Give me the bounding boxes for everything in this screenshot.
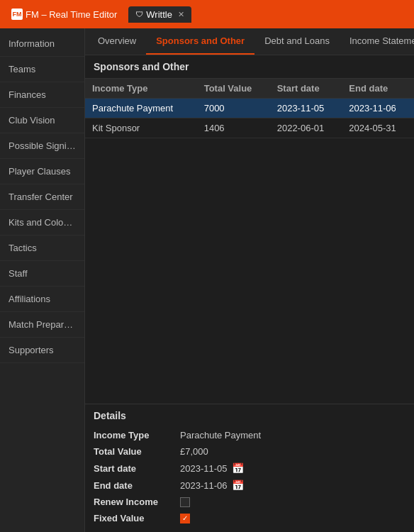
detail-row-renew-income: Renew Income	[94, 494, 405, 510]
details-panel: Details Income Type Parachute Payment To…	[85, 404, 414, 532]
fixed-value-checkbox[interactable]: ✓	[180, 514, 190, 523]
label-total-value: Total Value	[94, 446, 172, 457]
detail-row-total-value: Total Value £7,000	[94, 443, 405, 460]
sidebar-item-match-preparation[interactable]: Match Preparation	[0, 312, 84, 338]
col-header-end-date: End date	[342, 79, 414, 99]
label-income-type: Income Type	[94, 430, 172, 440]
cell-start-date: 2022-06-01	[270, 118, 342, 138]
label-start-date: Start date	[94, 463, 172, 474]
app-tab-label: FM – Real Time Editor	[26, 9, 117, 20]
sidebar-item-kits-and-colours[interactable]: Kits and Colours	[0, 210, 84, 235]
start-date-calendar-icon[interactable]: 📅	[232, 462, 244, 474]
table-header-row: Income Type Total Value Start date End d…	[85, 79, 414, 99]
cell-income-type: Kit Sponsor	[85, 118, 197, 138]
label-renew-income: Renew Income	[94, 497, 172, 507]
tab-debt-and-loans[interactable]: Debt and Loans	[254, 28, 340, 55]
col-header-income-type: Income Type	[85, 79, 197, 99]
shield-icon: 🛡	[135, 10, 143, 18]
sponsors-table: Income Type Total Value Start date End d…	[85, 79, 414, 138]
cell-total-value: 1406	[197, 118, 270, 138]
tab-income-statement[interactable]: Income Statement	[340, 28, 414, 55]
detail-row-income-type: Income Type Parachute Payment	[94, 427, 405, 443]
table-row[interactable]: Parachute Payment 7000 2023-11-05 2023-1…	[85, 99, 414, 118]
detail-row-fixed-value: Fixed Value ✓	[94, 510, 405, 526]
sidebar-item-finances[interactable]: Finances	[0, 82, 84, 108]
sidebar: Information Teams Finances Club Vision P…	[0, 28, 85, 532]
detail-row-start-date: Start date 2023-11-05 📅	[94, 460, 405, 477]
table-row[interactable]: Kit Sponsor 1406 2022-06-01 2024-05-31	[85, 118, 414, 138]
col-header-start-date: Start date	[270, 79, 342, 99]
cell-end-date: 2023-11-06	[342, 99, 414, 118]
sidebar-item-teams[interactable]: Teams	[0, 57, 84, 82]
main-content: Overview Sponsors and Other Debt and Loa…	[85, 28, 414, 532]
value-end-date: 2023-11-06 📅	[180, 480, 244, 491]
fm-logo: FM	[11, 9, 23, 20]
cell-total-value: 7000	[197, 99, 270, 118]
sidebar-item-tactics[interactable]: Tactics	[0, 235, 84, 261]
value-start-date: 2023-11-05 📅	[180, 462, 244, 474]
sponsors-table-area: Income Type Total Value Start date End d…	[85, 79, 414, 404]
section-heading: Sponsors and Other	[85, 55, 414, 79]
end-date-calendar-icon[interactable]: 📅	[232, 480, 244, 491]
sidebar-item-supporters[interactable]: Supporters	[0, 338, 84, 363]
detail-row-end-date: End date 2023-11-06 📅	[94, 477, 405, 494]
col-header-total-value: Total Value	[197, 79, 270, 99]
app-tab[interactable]: FM FM – Real Time Editor	[6, 6, 123, 23]
tab-sponsors-and-other[interactable]: Sponsors and Other	[146, 28, 254, 55]
sidebar-item-staff[interactable]: Staff	[0, 261, 84, 287]
value-total-value: £7,000	[180, 446, 208, 457]
main-layout: Information Teams Finances Club Vision P…	[0, 28, 414, 532]
value-fixed-value: ✓	[180, 514, 190, 523]
sidebar-item-affiliations[interactable]: Affiliations	[0, 287, 84, 312]
sidebar-item-transfer-center[interactable]: Transfer Center	[0, 184, 84, 210]
sidebar-item-club-vision[interactable]: Club Vision	[0, 108, 84, 133]
sidebar-item-player-clauses[interactable]: Player Clauses	[0, 159, 84, 184]
cell-end-date: 2024-05-31	[342, 118, 414, 138]
title-bar: FM FM – Real Time Editor 🛡 Writtle ✕	[0, 0, 414, 28]
renew-income-checkbox[interactable]	[180, 497, 190, 507]
value-income-type: Parachute Payment	[180, 430, 261, 440]
cell-income-type: Parachute Payment	[85, 99, 197, 118]
club-tab[interactable]: 🛡 Writtle ✕	[128, 6, 191, 23]
label-fixed-value: Fixed Value	[94, 513, 172, 523]
value-renew-income	[180, 497, 190, 507]
tab-overview[interactable]: Overview	[88, 28, 146, 55]
details-heading: Details	[94, 410, 405, 421]
cell-start-date: 2023-11-05	[270, 99, 342, 118]
label-end-date: End date	[94, 480, 172, 491]
club-tab-label: Writtle	[146, 9, 172, 20]
top-nav: Overview Sponsors and Other Debt and Loa…	[85, 28, 414, 55]
sidebar-item-possible-signings[interactable]: Possible Signings	[0, 133, 84, 159]
close-tab-button[interactable]: ✕	[178, 10, 184, 19]
sidebar-item-information[interactable]: Information	[0, 31, 84, 57]
